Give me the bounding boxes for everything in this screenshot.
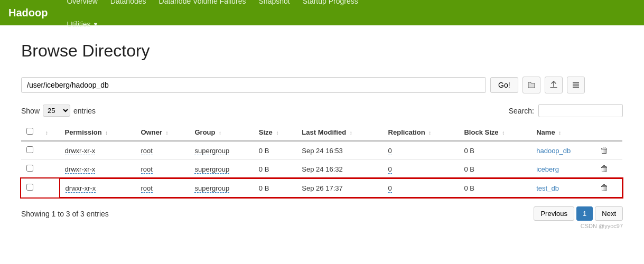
upload-icon-button[interactable]	[545, 77, 563, 93]
delete-icon[interactable]: 🗑	[600, 146, 609, 155]
col-header-group[interactable]: Group ↕	[189, 124, 253, 141]
nav-item-overview[interactable]: Overview	[60, 0, 104, 13]
owner-link[interactable]: root	[141, 184, 153, 193]
sort-column[interactable]: ↕	[39, 124, 60, 141]
name-link[interactable]: hadoop_db	[536, 147, 571, 155]
table-row: drwxr-xr-xrootsupergroup0 BSep 24 16:530…	[21, 141, 622, 160]
delete-icon[interactable]: 🗑	[600, 183, 609, 192]
size-cell: 0 B	[254, 178, 297, 197]
permission-link[interactable]: drwxr-xr-x	[65, 165, 96, 174]
size-cell: 0 B	[254, 141, 297, 160]
current-page[interactable]: 1	[576, 206, 593, 221]
entries-label: entries	[73, 107, 96, 115]
row-checkbox[interactable]	[26, 165, 33, 172]
size-cell: 0 B	[254, 160, 297, 179]
col-header-replication[interactable]: Replication ↕	[383, 124, 459, 141]
app-brand: Hadoop	[8, 7, 48, 19]
last-modified-cell: Sep 24 16:53	[296, 141, 382, 160]
block-size-cell: 0 B	[459, 141, 531, 160]
nav-item-startup-progress[interactable]: Startup Progress	[296, 0, 365, 13]
group-link[interactable]: supergroup	[194, 165, 229, 174]
search-input[interactable]	[538, 104, 623, 117]
permission-link[interactable]: drwxr-xr-x	[66, 184, 96, 193]
delete-icon[interactable]: 🗑	[600, 164, 609, 173]
watermark: CSDN @yyoc97	[21, 223, 623, 229]
table-row: drwxr-xr-xrootsupergroup0 BSep 26 17:370…	[21, 178, 622, 197]
replication-cell: 0	[383, 178, 459, 197]
group-link[interactable]: supergroup	[194, 147, 229, 155]
group-link[interactable]: supergroup	[194, 184, 229, 193]
nav-item-datanode-volume-failures[interactable]: Datanode Volume Failures	[153, 0, 253, 13]
next-button[interactable]: Next	[595, 206, 623, 221]
last-modified-cell: Sep 26 17:37	[296, 178, 382, 197]
nav-utilities[interactable]: Utilities▼	[60, 13, 364, 36]
previous-button[interactable]: Previous	[534, 206, 574, 221]
replication-cell: 0	[383, 160, 459, 179]
folder-icon-button[interactable]	[522, 77, 540, 93]
table-summary: Showing 1 to 3 of 3 entries	[21, 210, 109, 218]
block-size-cell: 0 B	[459, 160, 531, 179]
select-all-checkbox[interactable]	[26, 128, 33, 135]
go-button[interactable]: Go!	[490, 77, 518, 93]
col-header-permission[interactable]: Permission ↕	[60, 124, 136, 141]
path-input[interactable]	[21, 77, 486, 93]
directory-table: ↕Permission ↕Owner ↕Group ↕Size ↕Last Mo…	[21, 124, 623, 198]
page-title: Browse Directory	[21, 41, 623, 61]
list-icon-button[interactable]	[567, 77, 585, 93]
row-checkbox[interactable]	[26, 184, 33, 191]
table-row: drwxr-xr-xrootsupergroup0 BSep 24 16:320…	[21, 160, 622, 179]
svg-rect-0	[573, 82, 579, 83]
show-label: Show	[21, 107, 40, 115]
block-size-cell: 0 B	[459, 178, 531, 197]
name-link[interactable]: iceberg	[536, 165, 559, 173]
col-header-block-size[interactable]: Block Size ↕	[459, 124, 531, 141]
last-modified-cell: Sep 24 16:32	[296, 160, 382, 179]
nav-item-datanodes[interactable]: Datanodes	[104, 0, 153, 13]
owner-link[interactable]: root	[141, 147, 153, 155]
replication-cell: 0	[383, 141, 459, 160]
nav-item-snapshot[interactable]: Snapshot	[253, 0, 296, 13]
permission-link[interactable]: drwxr-xr-x	[65, 147, 96, 155]
col-header-size[interactable]: Size ↕	[254, 124, 297, 141]
search-label: Search:	[509, 107, 534, 115]
col-header-last-modified[interactable]: Last Modified ↕	[296, 124, 382, 141]
svg-rect-1	[573, 84, 579, 86]
row-checkbox[interactable]	[26, 146, 33, 153]
owner-link[interactable]: root	[141, 165, 153, 174]
col-header-name[interactable]: Name ↕	[531, 124, 594, 141]
col-header-owner[interactable]: Owner ↕	[136, 124, 190, 141]
entries-select[interactable]: 102550100	[43, 105, 70, 117]
svg-rect-2	[573, 87, 579, 88]
name-link[interactable]: test_db	[536, 184, 559, 192]
